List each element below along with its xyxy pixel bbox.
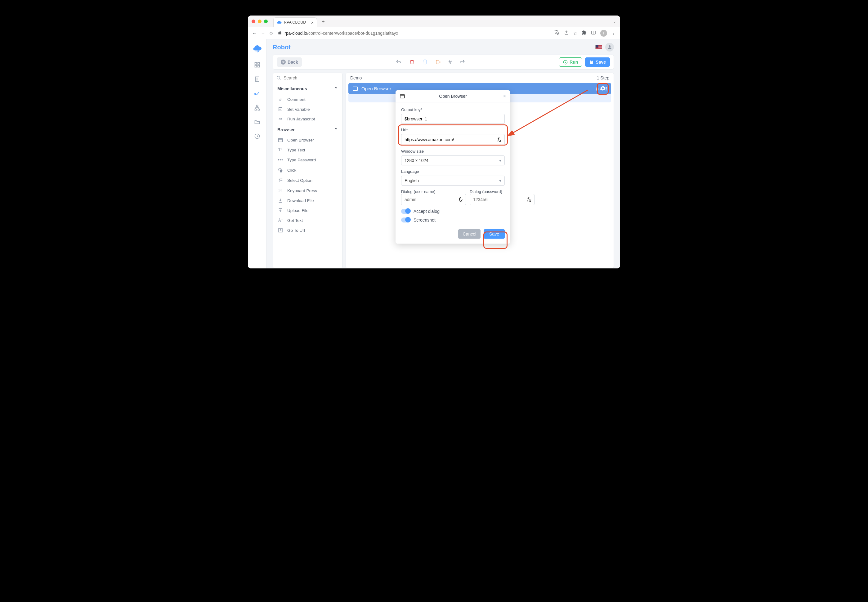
- dialog-user-input[interactable]: [405, 197, 459, 202]
- palette-item-comment[interactable]: #Comment: [273, 94, 342, 104]
- window-icon: [400, 94, 405, 98]
- rail-flow-icon[interactable]: [254, 104, 261, 111]
- toolbar: ✕ Back # Run Save: [273, 55, 614, 69]
- url-field[interactable]: fx: [401, 134, 505, 145]
- step-count: 1 Step: [597, 75, 609, 80]
- hash-icon: #: [278, 97, 284, 102]
- save-button[interactable]: Save: [585, 57, 610, 67]
- redo-icon[interactable]: [459, 58, 465, 66]
- rail-history-icon[interactable]: [254, 133, 261, 140]
- variable-icon: [278, 107, 284, 112]
- canvas-header: Demo 1 Step: [346, 73, 613, 83]
- search-input[interactable]: [284, 75, 339, 80]
- fx-icon[interactable]: fx: [498, 137, 501, 143]
- palette-item-upload-file[interactable]: Upload File: [273, 206, 342, 215]
- category-misc-header[interactable]: Miscellaneous ⌃: [273, 83, 342, 94]
- user-avatar-icon[interactable]: [605, 43, 614, 52]
- delete-icon[interactable]: [409, 58, 415, 66]
- panel-icon[interactable]: [591, 30, 596, 36]
- back-button[interactable]: ✕ Back: [277, 57, 302, 67]
- palette-item-open-browser[interactable]: Open Browser: [273, 135, 342, 145]
- svg-rect-20: [436, 60, 439, 64]
- palette-item-type-password[interactable]: •••Type Password: [273, 155, 342, 165]
- popup-footer: Cancel Save: [396, 227, 510, 244]
- nav-rail: [248, 39, 267, 269]
- palette-item-label: Click: [287, 168, 296, 172]
- accept-dialog-toggle[interactable]: [401, 209, 410, 214]
- lang-flag-icon[interactable]: [595, 45, 602, 49]
- translate-icon[interactable]: [554, 30, 560, 36]
- share-icon[interactable]: [564, 30, 569, 36]
- svg-rect-24: [279, 108, 282, 111]
- browser-tab[interactable]: RPA CLOUD ×: [273, 17, 317, 27]
- popup-save-button[interactable]: Save: [484, 229, 505, 239]
- nav-reload-icon[interactable]: ⟳: [270, 31, 273, 36]
- gear-icon[interactable]: [600, 85, 606, 92]
- maximize-window-icon[interactable]: [264, 20, 268, 23]
- main-area: Robot ✕ Back #: [267, 39, 620, 269]
- palette-item-set-variable[interactable]: Set Variable: [273, 104, 342, 114]
- tab-close-icon[interactable]: ×: [311, 20, 314, 25]
- window-size-select[interactable]: 1280 x 1024 ▾: [401, 155, 505, 165]
- popup-close-icon[interactable]: ×: [503, 94, 506, 99]
- fx-icon[interactable]: fx: [528, 197, 531, 203]
- bookmark-star-icon[interactable]: ☆: [573, 31, 577, 36]
- palette-item-run-js[interactable]: JSRun Javascript: [273, 114, 342, 124]
- palette-item-keyboard-press[interactable]: ⌘Keyboard Press: [273, 186, 342, 195]
- dialog-pass-input[interactable]: [473, 197, 528, 202]
- svg-rect-16: [258, 109, 259, 110]
- category-browser-header[interactable]: Browser ⌃: [273, 124, 342, 135]
- palette-item-label: Comment: [287, 97, 305, 102]
- svg-point-22: [277, 76, 280, 79]
- dialog-user-field[interactable]: fx: [401, 194, 466, 205]
- fx-icon[interactable]: fx: [459, 197, 463, 203]
- chevron-down-icon: ▾: [499, 178, 501, 183]
- url-input[interactable]: [405, 137, 498, 142]
- address-bar: ← → ⟳ rpa-cloud.io/control-center/worksp…: [248, 27, 620, 39]
- device-icon[interactable]: [422, 58, 428, 66]
- app-logo-icon[interactable]: [253, 43, 262, 54]
- chevron-down-icon: ▾: [499, 158, 501, 163]
- output-key-input[interactable]: [405, 117, 501, 121]
- screenshot-toggle[interactable]: [401, 218, 410, 223]
- new-tab-button[interactable]: +: [321, 18, 325, 25]
- export-icon[interactable]: [435, 58, 441, 66]
- language-select[interactable]: English ▾: [401, 176, 505, 186]
- rail-folder-icon[interactable]: [254, 118, 261, 125]
- url-host: rpa-cloud.io: [284, 31, 307, 36]
- toolbar-center: #: [305, 58, 556, 66]
- palette-item-click[interactable]: Click: [273, 165, 342, 175]
- tabs-menu-icon[interactable]: ⌄: [613, 19, 616, 24]
- dialog-pass-field[interactable]: fx: [470, 194, 535, 205]
- svg-point-18: [609, 45, 610, 47]
- accept-dialog-row: Accept dialog: [401, 209, 505, 214]
- palette-item-get-text[interactable]: A+Get Text: [273, 215, 342, 225]
- palette-item-type-text[interactable]: TTType Text: [273, 145, 342, 155]
- palette-item-select-option[interactable]: Select Option: [273, 175, 342, 186]
- hash-icon[interactable]: #: [448, 58, 452, 66]
- output-key-field[interactable]: [401, 114, 505, 124]
- nav-back-icon[interactable]: ←: [252, 31, 256, 36]
- palette-item-go-to-url[interactable]: Go To Url: [273, 225, 342, 235]
- chrome-menu-icon[interactable]: ⋮: [612, 31, 616, 36]
- step-title: Open Browser: [361, 86, 391, 91]
- rail-robot-icon[interactable]: [254, 90, 261, 97]
- palette-item-download-file[interactable]: Download File: [273, 195, 342, 206]
- undo-icon[interactable]: [396, 58, 402, 66]
- close-window-icon[interactable]: [252, 20, 255, 23]
- window-icon: [278, 138, 284, 143]
- profile-avatar[interactable]: T: [600, 30, 607, 37]
- svg-line-23: [279, 79, 281, 80]
- run-button[interactable]: Run: [559, 57, 582, 67]
- url-field[interactable]: rpa-cloud.io/control-center/workspace/bo…: [278, 31, 550, 36]
- palette-scroll[interactable]: Miscellaneous ⌃ #Comment Set Variable JS…: [273, 83, 342, 268]
- rail-document-icon[interactable]: [254, 76, 261, 83]
- rail-dashboard-icon[interactable]: [254, 61, 261, 68]
- search-icon: [276, 75, 281, 80]
- popup-cancel-button[interactable]: Cancel: [458, 229, 480, 239]
- screenshot-label: Screenshot: [414, 218, 436, 223]
- extensions-icon[interactable]: [582, 30, 587, 36]
- url-path: /control-center/workspace/bot-d61g1ngsla…: [307, 31, 398, 36]
- save-disk-icon: [589, 60, 594, 64]
- minimize-window-icon[interactable]: [258, 20, 262, 23]
